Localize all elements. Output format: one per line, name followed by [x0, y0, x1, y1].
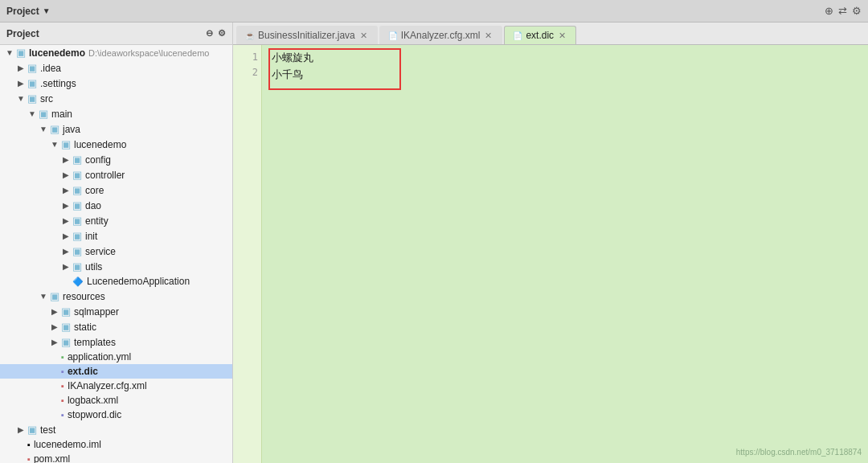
tree-item-stopword-dic[interactable]: ▪stopword.dic — [0, 408, 232, 422]
code-line: 小千鸟 — [272, 67, 858, 84]
arrow-icon: ▶ — [59, 247, 72, 256]
folder-icon: ▣ — [61, 138, 71, 150]
arrow-icon: ▼ — [37, 292, 50, 301]
editor-content: 12 小螺旋丸小千鸟 — [233, 45, 868, 463]
tree-item-templates[interactable]: ▶▣templates — [0, 334, 232, 350]
tab-tab-extdic[interactable]: 📄ext.dic✕ — [504, 26, 576, 44]
dic-icon: ▪ — [61, 367, 64, 376]
title-bar-controls: ⊕ ⇄ ⚙ — [825, 5, 862, 17]
tree-item-test[interactable]: ▶▣test — [0, 422, 232, 437]
tree-item-resources[interactable]: ▼▣resources — [0, 289, 232, 304]
folder-icon: ▣ — [50, 123, 59, 135]
chevron-down-icon: ▼ — [43, 6, 51, 15]
sidebar-collapse-icon[interactable]: ⊖ — [206, 28, 213, 39]
arrow-icon: ▶ — [59, 170, 72, 179]
tree-item-utils[interactable]: ▶▣utils — [0, 259, 232, 274]
sidebar-header-label: Project — [6, 28, 39, 39]
arrow-icon: ▶ — [48, 307, 61, 316]
tree-item-dao[interactable]: ▶▣dao — [0, 198, 232, 213]
item-label: test — [40, 424, 55, 436]
gear-icon[interactable]: ⚙ — [852, 5, 862, 17]
folder-icon: ▣ — [72, 215, 82, 227]
tab-tab-business[interactable]: ☕BusinessInitializer.java✕ — [236, 26, 378, 44]
folder-icon: ▣ — [61, 321, 71, 333]
folder-icon: ▣ — [72, 245, 82, 257]
tab-close-button[interactable]: ✕ — [483, 31, 493, 41]
tab-icon: 📄 — [388, 31, 398, 40]
item-label: templates — [74, 337, 116, 348]
folder-icon: ▣ — [72, 169, 82, 181]
tree-item-idea[interactable]: ▶▣.idea — [0, 60, 232, 76]
tree-item-main[interactable]: ▼▣main — [0, 106, 232, 121]
file-icon: ▪ — [27, 440, 31, 449]
item-label: controller — [85, 170, 125, 181]
project-label: Project — [6, 6, 39, 17]
tree-item-lucenedemo-pkg[interactable]: ▼▣lucenedemo — [0, 137, 232, 152]
yml-icon: ▪ — [61, 352, 64, 362]
code-area[interactable]: 小螺旋丸小千鸟 — [262, 45, 868, 463]
tree-item-static[interactable]: ▶▣static — [0, 319, 232, 334]
item-label: ext.dic — [68, 366, 98, 377]
tree-item-application-yml[interactable]: ▪application.yml — [0, 350, 232, 364]
tab-icon: 📄 — [513, 31, 522, 40]
item-label: pom.xml — [34, 453, 70, 463]
folder-icon: ▣ — [72, 230, 82, 242]
tree-item-ikanalyzer-cfg[interactable]: ▪IKAnalyzer.cfg.xml — [0, 379, 232, 393]
folder-icon: ▣ — [27, 92, 37, 104]
tab-close-button[interactable]: ✕ — [358, 31, 369, 41]
item-label: resources — [63, 291, 105, 302]
tab-tab-ikanalyzer[interactable]: 📄IKAnalyzer.cfg.xml✕ — [379, 26, 503, 44]
xml-icon: ▪ — [61, 381, 64, 391]
tree-item-service[interactable]: ▶▣service — [0, 244, 232, 259]
arrow-icon: ▼ — [48, 140, 61, 149]
tree-item-init[interactable]: ▶▣init — [0, 228, 232, 244]
item-label: sqlmapper — [74, 306, 119, 318]
arrow-icon: ▶ — [14, 425, 27, 434]
tree-item-core[interactable]: ▶▣core — [0, 182, 232, 198]
arrow-icon: ▼ — [26, 109, 39, 118]
tree-item-pom-xml[interactable]: ▪pom.xml — [0, 452, 232, 463]
folder-icon: ▣ — [72, 260, 82, 272]
tree-item-java[interactable]: ▼▣java — [0, 121, 232, 137]
tree-item-config[interactable]: ▶▣config — [0, 152, 232, 167]
tree-item-ext-dic[interactable]: ▪ext.dic — [0, 364, 232, 379]
arrow-icon: ▼ — [3, 48, 16, 57]
item-label: IKAnalyzer.cfg.xml — [68, 380, 147, 391]
tab-close-button[interactable]: ✕ — [557, 31, 567, 41]
folder-icon: ▣ — [16, 47, 26, 59]
item-label: core — [85, 185, 104, 196]
tree-item-lucenedemo-app[interactable]: 🔷LucenedemoApplication — [0, 274, 232, 289]
item-label: stopword.dic — [68, 409, 121, 420]
tree-item-controller[interactable]: ▶▣controller — [0, 167, 232, 182]
sidebar-header-icons: ⊖ ⚙ — [206, 28, 226, 39]
folder-icon: ▣ — [72, 199, 82, 211]
item-label: init — [85, 231, 97, 242]
tree-item-entity[interactable]: ▶▣entity — [0, 213, 232, 228]
arrow-icon: ▼ — [14, 94, 27, 103]
add-icon[interactable]: ⊕ — [825, 5, 833, 17]
tree-item-settings[interactable]: ▶▣.settings — [0, 76, 232, 91]
sidebar: Project ⊖ ⚙ ▼▣lucenedemoD:\ideaworkspace… — [0, 23, 233, 463]
tab-bar: ☕BusinessInitializer.java✕📄IKAnalyzer.cf… — [233, 23, 868, 45]
item-label: .idea — [40, 63, 61, 74]
item-label: lucenedemo — [29, 47, 85, 59]
item-label: utils — [85, 261, 102, 272]
tree-item-sqlmapper[interactable]: ▶▣sqlmapper — [0, 304, 232, 319]
item-label: lucenedemo.iml — [34, 439, 101, 450]
sidebar-gear-icon[interactable]: ⚙ — [218, 28, 226, 39]
item-label: logback.xml — [68, 395, 118, 406]
tree-item-lucenedemo-iml[interactable]: ▪lucenedemo.iml — [0, 437, 232, 452]
arrow-icon: ▶ — [59, 262, 72, 271]
sidebar-header: Project ⊖ ⚙ — [0, 23, 232, 45]
item-label: lucenedemo — [74, 139, 126, 150]
item-label: application.yml — [68, 351, 131, 363]
title-bar: Project ▼ ⊕ ⇄ ⚙ — [0, 0, 868, 23]
split-icon[interactable]: ⇄ — [838, 5, 847, 17]
item-label: LucenedemoApplication — [87, 276, 190, 287]
tab-label: BusinessInitializer.java — [258, 30, 355, 41]
tree-item-src[interactable]: ▼▣src — [0, 91, 232, 106]
tree-item-logback-xml[interactable]: ▪logback.xml — [0, 393, 232, 408]
project-tree: ▼▣lucenedemoD:\ideaworkspace\lucenedemo▶… — [0, 45, 232, 463]
tree-item-lucenedemo-root[interactable]: ▼▣lucenedemoD:\ideaworkspace\lucenedemo — [0, 45, 232, 60]
item-label: src — [40, 93, 53, 104]
